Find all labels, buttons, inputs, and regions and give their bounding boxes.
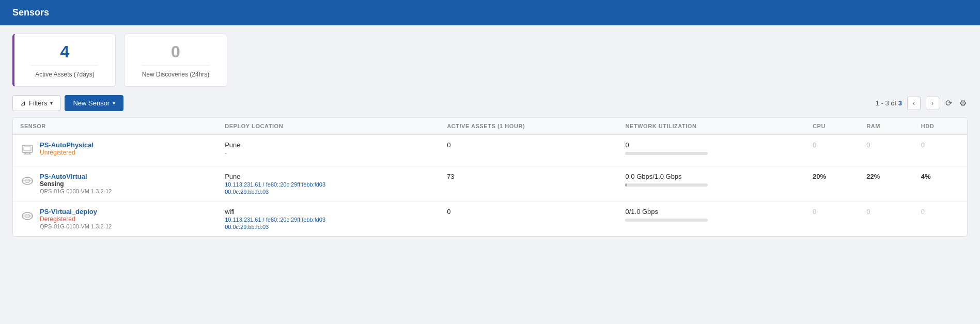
ram-cell: 22%	[859, 166, 914, 202]
new-discoveries-number: 0	[141, 42, 210, 66]
pagination-range: 1 - 3 of 3	[876, 99, 902, 107]
new-sensor-button[interactable]: New Sensor ▾	[65, 95, 123, 111]
new-sensor-label: New Sensor	[73, 99, 110, 107]
pagination-prev-button[interactable]: ‹	[907, 97, 921, 110]
network-util-value: 0/1.0 Gbps	[625, 208, 798, 215]
active-assets-cell: 0	[440, 202, 618, 237]
table-header-row: SENSOR DEPLOY LOCATION ACTIVE ASSETS (1 …	[13, 118, 967, 135]
toolbar-left: ⊿ Filters ▾ New Sensor ▾	[12, 95, 123, 111]
network-util-value: 0.0 Gbps/1.0 Gbps	[625, 173, 798, 180]
new-discoveries-label: New Discoveries (24hrs)	[142, 71, 210, 78]
network-progress-fill	[625, 183, 627, 187]
cpu-cell: 20%	[805, 166, 859, 202]
cpu-cell: 0	[805, 202, 859, 237]
toolbar: ⊿ Filters ▾ New Sensor ▾ 1 - 3 of 3 ‹ › …	[12, 95, 968, 111]
deploy-mac: 00:0c:29:bb:fd:03	[225, 224, 432, 230]
table-row: PS-Virtual_deploy Deregistered QPS-01G-0…	[13, 202, 967, 237]
sensor-version: QPS-01G-0100-VM 1.3.2-12	[40, 188, 112, 194]
sensor-name-link[interactable]: PS-AutoVirtual	[40, 173, 87, 180]
sensor-col: PS-AutoVirtual Sensing QPS-01G-0100-VM 1…	[20, 173, 210, 194]
hdd-cell: 0	[914, 135, 967, 166]
sensor-info: PS-Virtual_deploy Deregistered QPS-01G-0…	[40, 208, 112, 229]
new-sensor-chevron-icon: ▾	[113, 100, 115, 106]
svg-rect-1	[24, 147, 31, 151]
network-util-value: 0	[625, 141, 798, 149]
stat-card-active-assets: 4 Active Assets (7days)	[12, 34, 116, 87]
deploy-location-cell: Pune -	[217, 135, 440, 166]
filters-chevron-icon: ▾	[50, 100, 53, 106]
toolbar-right: 1 - 3 of 3 ‹ › ⟳ ⚙	[876, 97, 968, 110]
page-title: Sensors	[12, 7, 49, 18]
settings-button[interactable]: ⚙	[958, 97, 968, 109]
sensor-status: Deregistered	[40, 215, 112, 223]
sensor-icon	[20, 174, 35, 191]
col-active-assets: ACTIVE ASSETS (1 HOUR)	[440, 118, 618, 135]
filters-button[interactable]: ⊿ Filters ▾	[12, 95, 60, 111]
main-content: 4 Active Assets (7days) 0 New Discoverie…	[0, 25, 980, 245]
hdd-cell: 0	[914, 202, 967, 237]
stats-row: 4 Active Assets (7days) 0 New Discoverie…	[12, 34, 968, 87]
network-util-cell: 0/1.0 Gbps	[618, 202, 805, 237]
sensor-version: QPS-01G-0100-VM 1.3.2-12	[40, 223, 112, 229]
deploy-location-cell: wifi 10.113.231.61 / fe80::20c:29ff:febb…	[217, 202, 440, 237]
sensor-info: PS-AutoVirtual Sensing QPS-01G-0100-VM 1…	[40, 173, 112, 194]
sensor-cell: PS-Virtual_deploy Deregistered QPS-01G-0…	[13, 202, 217, 237]
table-row: PS-AutoVirtual Sensing QPS-01G-0100-VM 1…	[13, 166, 967, 202]
deploy-location-cell: Pune 10.113.231.61 / fe80::20c:29ff:febb…	[217, 166, 440, 202]
deploy-location-name: wifi	[225, 208, 432, 215]
table-row: PS-AutoPhysical Unregistered Pune - 0 0 …	[13, 135, 967, 166]
stat-card-new-discoveries: 0 New Discoveries (24hrs)	[124, 34, 227, 87]
col-ram: RAM	[859, 118, 914, 135]
sensor-cell: PS-AutoVirtual Sensing QPS-01G-0100-VM 1…	[13, 166, 217, 202]
sensor-name-link[interactable]: PS-Virtual_deploy	[40, 208, 97, 215]
network-progress-bar	[625, 183, 708, 187]
deploy-ip: 10.113.231.61 / fe80::20c:29ff:febb:fd03	[225, 181, 432, 188]
col-deploy-location: DEPLOY LOCATION	[217, 118, 440, 135]
network-progress-bar	[625, 219, 708, 222]
sensor-status: Sensing	[40, 180, 112, 188]
active-assets-cell: 0	[440, 135, 618, 166]
pagination-next-button[interactable]: ›	[926, 97, 939, 110]
deploy-location-name: Pune	[225, 141, 432, 149]
deploy-location-name: Pune	[225, 173, 432, 180]
col-cpu: CPU	[805, 118, 859, 135]
network-progress-bar	[625, 152, 708, 155]
ram-cell: 0	[859, 202, 914, 237]
network-util-cell: 0	[618, 135, 805, 166]
sensor-info: PS-AutoPhysical Unregistered	[40, 141, 94, 156]
col-hdd: HDD	[914, 118, 967, 135]
cpu-cell: 0	[805, 135, 859, 166]
deploy-mac: 00:0c:29:bb:fd:03	[225, 189, 432, 195]
sensor-col: PS-Virtual_deploy Deregistered QPS-01G-0…	[20, 208, 210, 229]
deploy-sub: -	[225, 149, 432, 156]
filters-label: Filters	[29, 99, 47, 107]
sensor-icon	[20, 209, 35, 226]
sensor-icon	[20, 142, 35, 160]
sensor-name-link[interactable]: PS-AutoPhysical	[40, 141, 94, 149]
ram-cell: 0	[859, 135, 914, 166]
hdd-cell: 4%	[914, 166, 967, 202]
active-assets-cell: 73	[440, 166, 618, 202]
active-assets-number: 4	[31, 42, 99, 66]
page-header: Sensors	[0, 0, 980, 25]
sensors-table: SENSOR DEPLOY LOCATION ACTIVE ASSETS (1 …	[12, 117, 968, 237]
active-assets-label: Active Assets (7days)	[35, 71, 95, 78]
deploy-ip: 10.113.231.61 / fe80::20c:29ff:febb:fd03	[225, 217, 432, 223]
sensor-col: PS-AutoPhysical Unregistered	[20, 141, 210, 160]
refresh-button[interactable]: ⟳	[944, 97, 953, 109]
col-network-util: NETWORK UTILIZATION	[618, 118, 805, 135]
col-sensor: SENSOR	[13, 118, 217, 135]
sensor-status: Unregistered	[40, 149, 94, 156]
filter-icon: ⊿	[20, 99, 26, 107]
sensor-cell: PS-AutoPhysical Unregistered	[13, 135, 217, 166]
network-util-cell: 0.0 Gbps/1.0 Gbps	[618, 166, 805, 202]
